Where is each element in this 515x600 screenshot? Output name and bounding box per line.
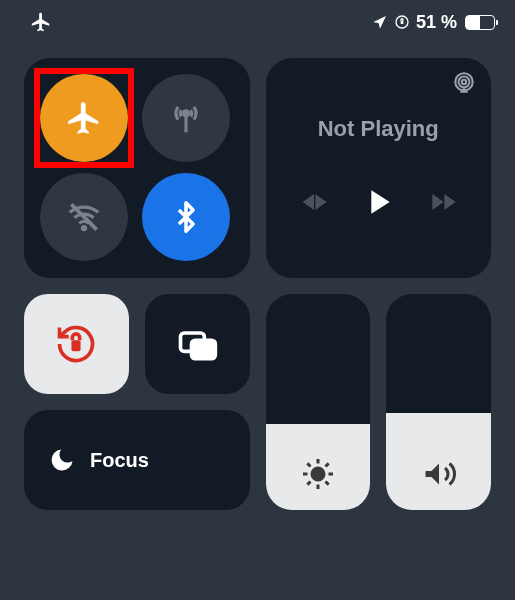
svg-line-14 <box>325 482 328 485</box>
svg-line-13 <box>307 463 310 466</box>
media-playback-module[interactable]: Not Playing <box>266 58 492 278</box>
focus-label: Focus <box>90 449 149 472</box>
brightness-slider[interactable] <box>266 294 371 510</box>
control-center-grid: Not Playing <box>0 40 515 528</box>
volume-icon <box>421 456 457 492</box>
battery-percent-label: 51 % <box>416 12 457 33</box>
media-title-label: Not Playing <box>284 116 474 142</box>
previous-track-button[interactable] <box>298 186 330 218</box>
bluetooth-icon <box>169 200 203 234</box>
orientation-lock-toggle[interactable] <box>24 294 129 394</box>
orientation-lock-icon <box>394 14 410 30</box>
svg-point-1 <box>183 111 188 116</box>
airplane-mode-icon <box>30 11 52 33</box>
svg-line-18 <box>325 463 328 466</box>
antenna-icon <box>167 99 205 137</box>
status-bar-left <box>30 11 52 33</box>
bluetooth-toggle[interactable] <box>142 173 230 261</box>
status-bar: 51 % <box>0 0 515 40</box>
volume-slider[interactable] <box>386 294 491 510</box>
svg-point-5 <box>459 77 470 88</box>
brightness-icon <box>300 456 336 492</box>
connectivity-module[interactable] <box>24 58 250 278</box>
next-track-button[interactable] <box>427 186 459 218</box>
brightness-fill <box>266 424 371 510</box>
svg-point-10 <box>312 468 324 480</box>
wifi-off-icon <box>65 198 103 236</box>
play-button[interactable] <box>358 182 398 222</box>
cellular-data-toggle[interactable] <box>142 74 230 162</box>
moon-icon <box>48 446 76 474</box>
svg-line-17 <box>307 482 310 485</box>
media-controls <box>284 182 474 222</box>
focus-mode-button[interactable]: Focus <box>24 410 250 510</box>
airplane-mode-toggle[interactable] <box>40 74 128 162</box>
location-icon <box>372 14 388 30</box>
status-bar-right: 51 % <box>372 12 495 33</box>
volume-fill <box>386 413 491 510</box>
airplane-icon <box>65 99 103 137</box>
screen-mirroring-icon <box>175 322 219 366</box>
battery-icon <box>465 15 495 30</box>
airplay-icon[interactable] <box>451 70 477 96</box>
rotation-lock-icon <box>54 322 98 366</box>
svg-rect-7 <box>72 340 81 351</box>
screen-mirroring-button[interactable] <box>145 294 250 394</box>
svg-rect-9 <box>192 340 216 358</box>
wifi-toggle[interactable] <box>40 173 128 261</box>
svg-point-2 <box>82 227 85 230</box>
svg-point-6 <box>462 80 466 84</box>
